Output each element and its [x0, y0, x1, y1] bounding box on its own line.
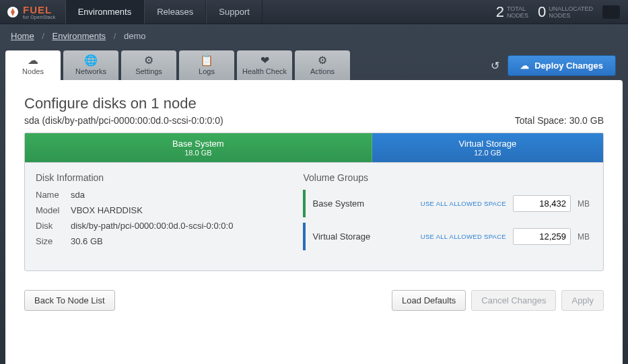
tab-strip: ☁ Nodes 🌐 Networks ⚙ Settings 📋 Logs ❤ H…: [0, 50, 628, 80]
crumb-sep: /: [114, 31, 116, 41]
cogs-icon: ⚙: [318, 55, 327, 66]
segment-size: 18.0 GB: [184, 149, 211, 157]
cancel-changes-button[interactable]: Cancel Changes: [471, 290, 556, 311]
di-value-disk: disk/by-path/pci-0000:00:0d.0-scsi-0:0:0…: [71, 221, 233, 231]
nav-environments[interactable]: Environments: [65, 0, 144, 24]
logo[interactable]: FUEL for OpenStack: [0, 0, 65, 24]
tab-label: Networks: [75, 67, 106, 75]
vg-size-input-vs[interactable]: [513, 228, 571, 245]
topbar-right: 2 TOTALNODES 0 UNALLOCATEDNODES: [496, 0, 628, 24]
breadcrumb: Home / Environments / demo: [0, 24, 628, 48]
load-defaults-button[interactable]: Load Defaults: [392, 290, 466, 311]
tab-logs[interactable]: 📋 Logs: [179, 50, 234, 80]
use-all-space-link[interactable]: USE ALL ALLOWED SPACE: [421, 200, 506, 207]
crumb-environments[interactable]: Environments: [53, 31, 106, 41]
disk-info-title: Disk Information: [36, 172, 287, 183]
nav-releases[interactable]: Releases: [144, 0, 206, 24]
deploy-label: Deploy Changes: [534, 61, 603, 71]
cloud-upload-icon: ☁: [520, 61, 529, 71]
segment-label: Virtual Storage: [459, 139, 517, 149]
tab-label: Nodes: [22, 67, 44, 75]
main-panel: Configure disks on 1 node sda (disk/by-p…: [5, 80, 623, 364]
globe-icon: 🌐: [84, 55, 98, 66]
nav-support[interactable]: Support: [206, 0, 263, 24]
tab-settings[interactable]: ⚙ Settings: [121, 50, 176, 80]
cloud-icon: ☁: [28, 55, 38, 66]
tab-label: Actions: [310, 67, 335, 75]
apply-button[interactable]: Apply: [561, 290, 604, 311]
fuel-logo-icon: [7, 6, 19, 18]
clipboard-icon: 📋: [200, 55, 213, 66]
deploy-changes-button[interactable]: ☁ Deploy Changes: [508, 55, 616, 76]
disk-card: Base System 18.0 GB Virtual Storage 12.0…: [24, 133, 604, 271]
tab-health-check[interactable]: ❤ Health Check: [237, 50, 292, 80]
crumb-current: demo: [124, 31, 146, 41]
logo-text: FUEL for OpenStack: [23, 4, 56, 20]
segment-size: 12.0 GB: [474, 149, 501, 157]
vg-unit: MB: [578, 199, 590, 209]
tab-actions[interactable]: ⚙ Actions: [295, 50, 350, 80]
notification-icon[interactable]: [602, 5, 620, 19]
vg-name: Virtual Storage: [312, 231, 413, 242]
nav-items: Environments Releases Support: [65, 0, 263, 24]
total-space: Total Space: 30.0 GB: [515, 115, 604, 126]
di-label: Name: [36, 190, 71, 200]
stat-unallocated-nodes: 0 UNALLOCATEDNODES: [538, 3, 593, 21]
stat-total-num: 2: [496, 3, 504, 21]
history-icon[interactable]: ↺: [491, 59, 499, 72]
segment-label: Base System: [172, 139, 224, 149]
footer-buttons: Back To Node List Load Defaults Cancel C…: [24, 290, 604, 311]
tab-label: Health Check: [242, 67, 287, 75]
stat-unalloc-label: UNALLOCATEDNODES: [549, 5, 593, 19]
device-path: sda (disk/by-path/pci-0000:00:0d.0-scsi-…: [24, 115, 223, 126]
stat-total-label: TOTALNODES: [507, 5, 528, 19]
crumb-sep: /: [42, 31, 44, 41]
tab-nodes[interactable]: ☁ Nodes: [5, 50, 61, 80]
di-label: Size: [36, 236, 71, 246]
vg-row-base-system: Base System USE ALL ALLOWED SPACE MB: [303, 190, 592, 217]
tab-label: Logs: [199, 67, 215, 75]
di-value-model: VBOX HARDDISK: [71, 205, 143, 215]
stat-unalloc-num: 0: [538, 3, 546, 21]
back-to-node-list-button[interactable]: Back To Node List: [24, 290, 115, 311]
crumb-home[interactable]: Home: [11, 31, 34, 41]
disk-information: Disk Information Namesda ModelVBOX HARDD…: [36, 172, 287, 256]
heart-icon: ❤: [260, 55, 269, 66]
vg-unit: MB: [578, 232, 590, 242]
page-subtitle-row: sda (disk/by-path/pci-0000:00:0d.0-scsi-…: [24, 115, 604, 126]
topbar: FUEL for OpenStack Environments Releases…: [0, 0, 628, 24]
segment-virtual-storage[interactable]: Virtual Storage 12.0 GB: [372, 133, 603, 162]
vg-name: Base System: [312, 198, 413, 209]
page-title: Configure disks on 1 node: [24, 95, 604, 112]
stat-total-nodes: 2 TOTALNODES: [496, 3, 528, 21]
use-all-space-link[interactable]: USE ALL ALLOWED SPACE: [421, 233, 506, 240]
gear-icon: ⚙: [144, 55, 153, 66]
volume-groups: Volume Groups Base System USE ALL ALLOWE…: [303, 172, 592, 256]
di-value-name: sda: [71, 190, 85, 200]
tab-label: Settings: [135, 67, 162, 75]
di-value-size: 30.6 GB: [71, 236, 103, 246]
tab-networks[interactable]: 🌐 Networks: [63, 50, 118, 80]
volume-groups-title: Volume Groups: [303, 172, 592, 183]
vg-row-virtual-storage: Virtual Storage USE ALL ALLOWED SPACE MB: [303, 223, 592, 250]
segment-base-system[interactable]: Base System 18.0 GB: [25, 133, 372, 162]
di-label: Disk: [36, 221, 71, 231]
disk-allocation-bar: Base System 18.0 GB Virtual Storage 12.0…: [25, 133, 603, 163]
di-label: Model: [36, 205, 71, 215]
vg-size-input-base[interactable]: [513, 195, 571, 212]
